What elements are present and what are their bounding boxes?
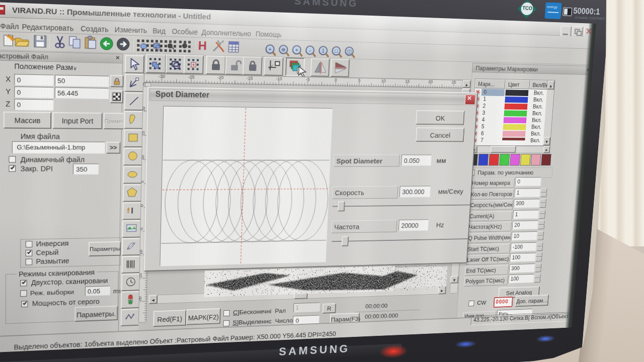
svg-text:5: 5 (358, 78, 361, 83)
svg-text:1: 1 (321, 47, 325, 54)
svg-text:□: □ (335, 48, 338, 54)
svg-text:f: f (127, 206, 130, 214)
svg-text:-25: -25 (188, 74, 195, 79)
svg-text:+: + (268, 46, 272, 52)
svg-text:10: 10 (381, 78, 386, 83)
svg-text:-10: -10 (276, 76, 282, 81)
svg-text:15: 15 (405, 79, 410, 84)
svg-text:I: I (131, 206, 133, 215)
svg-text:-15: -15 (247, 75, 253, 80)
svg-text:25: 25 (451, 79, 456, 84)
svg-text:0: 0 (335, 77, 337, 82)
svg-text:-15: -15 (138, 273, 143, 280)
svg-text:-5: -5 (306, 76, 310, 81)
svg-text:-30: -30 (158, 73, 165, 78)
svg-text:-20: -20 (138, 297, 142, 303)
svg-text:1 1 7 2 8: 1 1 7 2 8 (127, 266, 135, 269)
svg-text:◫: ◫ (347, 48, 352, 55)
svg-text:⊕: ⊕ (281, 46, 286, 53)
svg-text:-: - (309, 47, 311, 54)
svg-text:-20: -20 (217, 75, 224, 80)
svg-text:20: 20 (428, 79, 433, 84)
svg-text:+: + (295, 47, 299, 53)
